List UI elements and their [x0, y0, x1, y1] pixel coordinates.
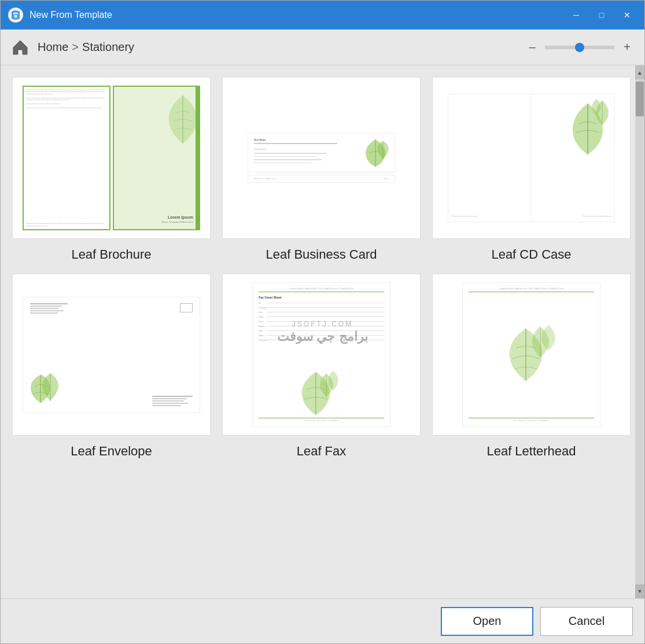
close-button[interactable]: ✕ — [617, 6, 637, 24]
open-button[interactable]: Open — [441, 607, 533, 636]
window-controls: ─ □ ✕ — [566, 6, 637, 24]
scroll-down-button[interactable]: ▼ — [635, 584, 644, 598]
cancel-button[interactable]: Cancel — [540, 607, 633, 636]
breadcrumb-current: Stationery — [82, 41, 134, 54]
svg-point-1 — [14, 14, 17, 18]
template-preview-leaf-business-card[interactable]: Your Name Company Name — [222, 77, 421, 239]
content-area: ▲ Lorem ipsum dolor sit amet consectetur… — [1, 65, 644, 598]
app-icon — [8, 7, 24, 23]
template-preview-leaf-envelope[interactable] — [12, 274, 211, 436]
maximize-button[interactable]: □ — [591, 6, 612, 24]
template-name-leaf-cd-case: Leaf CD Case — [491, 247, 571, 262]
scroll-up-area: ▲ — [635, 65, 644, 79]
zoom-plus-button[interactable]: + — [619, 39, 635, 56]
template-item-leaf-fax[interactable]: Company Name • Address line 1 City • Sta… — [222, 274, 421, 459]
template-preview-leaf-letterhead[interactable]: Company Name • Address line 1 City • Sta… — [432, 274, 631, 436]
svg-rect-2 — [19, 50, 22, 54]
breadcrumb-separator: > — [72, 41, 79, 54]
templates-grid: Lorem ipsum dolor sit amet consectetur a… — [12, 77, 631, 459]
template-item-leaf-brochure[interactable]: Lorem ipsum dolor sit amet consectetur a… — [12, 77, 211, 262]
window-title: New From Template — [30, 10, 566, 20]
home-button[interactable] — [10, 37, 31, 58]
breadcrumb-home[interactable]: Home — [38, 41, 68, 54]
zoom-slider[interactable] — [545, 46, 614, 49]
template-name-leaf-envelope: Leaf Envelope — [71, 444, 152, 459]
template-item-leaf-letterhead[interactable]: Company Name • Address line 1 City • Sta… — [432, 274, 631, 459]
template-item-leaf-cd-case[interactable]: This is the text for the music cover — [432, 77, 631, 262]
template-name-leaf-letterhead: Leaf Letterhead — [486, 444, 576, 459]
template-name-leaf-brochure: Leaf Brochure — [71, 247, 151, 262]
scroll-up-button[interactable]: ▲ — [635, 65, 644, 79]
bottom-bar: Open Cancel — [1, 598, 644, 643]
zoom-minus-button[interactable]: – — [524, 39, 540, 56]
template-preview-leaf-brochure[interactable]: Lorem ipsum dolor sit amet consectetur a… — [12, 77, 211, 239]
title-bar: New From Template ─ □ ✕ — [1, 1, 644, 30]
template-name-leaf-business-card: Leaf Business Card — [266, 247, 377, 262]
template-preview-leaf-fax[interactable]: Company Name • Address line 1 City • Sta… — [222, 274, 421, 436]
breadcrumb: Home > Stationery — [38, 41, 517, 54]
template-preview-leaf-cd-case[interactable]: This is the text for the music cover — [432, 77, 631, 239]
template-name-leaf-fax: Leaf Fax — [297, 444, 347, 459]
template-item-leaf-envelope[interactable]: Leaf Envelope — [12, 274, 211, 459]
scroll-thumb[interactable] — [636, 82, 644, 116]
scrollbar: ▲ ▼ — [635, 65, 644, 598]
scroll-area: Lorem ipsum dolor sit amet consectetur a… — [1, 65, 644, 598]
template-item-leaf-business-card[interactable]: Your Name Company Name — [222, 77, 421, 262]
nav-bar: Home > Stationery – + — [1, 30, 644, 65]
minimize-button[interactable]: ─ — [566, 6, 587, 24]
zoom-controls: – + — [524, 39, 635, 56]
template-dialog: New From Template ─ □ ✕ Home > Stationer… — [0, 0, 645, 644]
